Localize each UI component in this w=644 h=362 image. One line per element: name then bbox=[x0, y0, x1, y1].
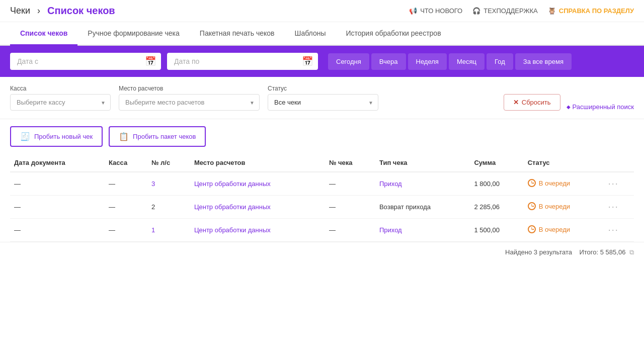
advanced-search-label: Расширенный поиск bbox=[573, 103, 634, 111]
place-link[interactable]: Центр обработки данных bbox=[194, 180, 271, 188]
kassa-group: Касса Выберите кассу bbox=[10, 85, 111, 111]
total-value: 5 585,06 bbox=[600, 248, 627, 256]
cell-date: — bbox=[10, 172, 105, 196]
breadcrumb: Чеки › Список чеков bbox=[10, 5, 115, 17]
cell-kassa: — bbox=[105, 172, 147, 196]
checks-table: Дата документа Касса № л/с Место расчето… bbox=[10, 154, 634, 242]
copy-icon[interactable]: ⧉ bbox=[629, 248, 634, 256]
header: Чеки › Список чеков 📢 ЧТО НОВОГО 🎧 ТЕХПО… bbox=[0, 0, 644, 22]
help-button[interactable]: 🦉 СПРАВКА ПО РАЗДЕЛУ bbox=[548, 7, 634, 15]
calendar-from-icon[interactable]: 📅 bbox=[145, 56, 156, 67]
tab-templates[interactable]: Шаблоны bbox=[285, 22, 336, 46]
secondary-filter: Касса Выберите кассу Место расчетов Выбе… bbox=[0, 77, 644, 119]
period-all-button[interactable]: За все время bbox=[515, 53, 572, 70]
more-button[interactable]: ··· bbox=[608, 178, 619, 189]
header-nav: 📢 ЧТО НОВОГО 🎧 ТЕХПОДДЕРЖКА 🦉 СПРАВКА ПО… bbox=[409, 7, 634, 15]
col-check-num: № чека bbox=[325, 154, 375, 172]
cell-more[interactable]: ··· bbox=[604, 196, 634, 219]
tab-batch[interactable]: Пакетная печать чеков bbox=[190, 22, 285, 46]
cell-place[interactable]: Центр обработки данных bbox=[190, 219, 325, 242]
period-buttons: Сегодня Вчера Неделя Месяц Год За все вр… bbox=[328, 53, 572, 70]
account-link[interactable]: 3 bbox=[151, 180, 155, 188]
table-row: — — 3 Центр обработки данных — Приход 1 … bbox=[10, 172, 634, 196]
tab-history[interactable]: История обработки реестров bbox=[336, 22, 451, 46]
account-value: 2 bbox=[151, 203, 155, 211]
table-row: — — 1 Центр обработки данных — Приход 1 … bbox=[10, 219, 634, 242]
reset-button[interactable]: ✕ Сбросить bbox=[504, 94, 560, 111]
status-select[interactable]: Все чеки bbox=[268, 94, 378, 111]
period-year-button[interactable]: Год bbox=[487, 53, 513, 70]
cell-amount: 1 800,00 bbox=[470, 172, 523, 196]
owl-icon: 🦉 bbox=[548, 7, 556, 15]
batch-check-button[interactable]: 📋 Пробить пакет чеков bbox=[109, 126, 206, 147]
clock-icon bbox=[528, 225, 536, 233]
cell-check-num: — bbox=[325, 196, 375, 219]
breadcrumb-base: Чеки bbox=[10, 6, 30, 16]
cell-type: Приход bbox=[375, 172, 470, 196]
date-from-wrap: 📅 bbox=[10, 53, 161, 70]
col-account: № л/с bbox=[147, 154, 190, 172]
cell-date: — bbox=[10, 219, 105, 242]
status-label: В очереди bbox=[539, 226, 570, 233]
support-button[interactable]: 🎧 ТЕХПОДДЕРЖКА bbox=[472, 7, 538, 15]
col-date: Дата документа bbox=[10, 154, 105, 172]
cell-check-num: — bbox=[325, 172, 375, 196]
filter-bar: 📅 📅 Сегодня Вчера Неделя Месяц Год За вс… bbox=[0, 46, 644, 77]
advanced-search-button[interactable]: Расширенный поиск bbox=[567, 103, 634, 111]
receipt-icon: 🧾 bbox=[20, 132, 30, 141]
what-new-label: ЧТО НОВОГО bbox=[420, 7, 462, 15]
more-button[interactable]: ··· bbox=[608, 202, 619, 212]
headset-icon: 🎧 bbox=[472, 7, 480, 15]
batch-check-label: Пробить пакет чеков bbox=[133, 133, 196, 140]
filter-actions: ✕ Сбросить Расширенный поиск bbox=[504, 94, 634, 111]
period-yesterday-button[interactable]: Вчера bbox=[371, 53, 406, 70]
what-new-button[interactable]: 📢 ЧТО НОВОГО bbox=[409, 7, 462, 15]
tab-manual[interactable]: Ручное формирование чека bbox=[77, 22, 190, 46]
period-month-button[interactable]: Месяц bbox=[449, 53, 485, 70]
table-header-row: Дата документа Касса № л/с Место расчето… bbox=[10, 154, 634, 172]
cell-check-num: — bbox=[325, 219, 375, 242]
clock-icon bbox=[528, 179, 536, 187]
date-to-input[interactable] bbox=[167, 53, 318, 70]
tab-list[interactable]: Список чеков bbox=[10, 22, 77, 46]
cell-date: — bbox=[10, 196, 105, 219]
period-today-button[interactable]: Сегодня bbox=[328, 53, 369, 70]
cell-place[interactable]: Центр обработки данных bbox=[190, 172, 325, 196]
kassa-select-wrap: Выберите кассу bbox=[10, 94, 111, 111]
table-row: — — 2 Центр обработки данных — Возврат п… bbox=[10, 196, 634, 219]
cell-amount: 1 500,00 bbox=[470, 219, 523, 242]
support-label: ТЕХПОДДЕРЖКА bbox=[484, 7, 538, 15]
breadcrumb-separator: › bbox=[37, 6, 40, 16]
cell-account[interactable]: 3 bbox=[147, 172, 190, 196]
help-label: СПРАВКА ПО РАЗДЕЛУ bbox=[559, 7, 634, 15]
cell-more[interactable]: ··· bbox=[604, 219, 634, 242]
place-link[interactable]: Центр обработки данных bbox=[194, 203, 271, 211]
cell-place[interactable]: Центр обработки данных bbox=[190, 196, 325, 219]
date-from-input[interactable] bbox=[10, 53, 161, 70]
cell-amount: 2 285,06 bbox=[470, 196, 523, 219]
cell-more[interactable]: ··· bbox=[604, 172, 634, 196]
date-to-wrap: 📅 bbox=[167, 53, 318, 70]
place-link[interactable]: Центр обработки данных bbox=[194, 226, 271, 234]
kassa-select[interactable]: Выберите кассу bbox=[10, 94, 111, 111]
calendar-to-icon[interactable]: 📅 bbox=[302, 56, 313, 67]
cell-account: 2 bbox=[147, 196, 190, 219]
place-label: Место расчетов bbox=[119, 85, 260, 92]
col-status: Статус bbox=[524, 154, 604, 172]
status-label: Статус bbox=[268, 85, 378, 92]
more-button[interactable]: ··· bbox=[608, 225, 619, 235]
account-link[interactable]: 1 bbox=[151, 226, 155, 234]
place-select[interactable]: Выберите место расчетов bbox=[119, 94, 260, 111]
status-select-wrap: Все чеки bbox=[268, 94, 378, 111]
cell-kassa: — bbox=[105, 196, 147, 219]
new-check-button[interactable]: 🧾 Пробить новый чек bbox=[10, 126, 103, 147]
clock-icon bbox=[528, 202, 536, 210]
cell-account[interactable]: 1 bbox=[147, 219, 190, 242]
period-week-button[interactable]: Неделя bbox=[408, 53, 447, 70]
kassa-label: Касса bbox=[10, 85, 111, 92]
status-label: В очереди bbox=[539, 203, 570, 210]
breadcrumb-current: Список чеков bbox=[47, 5, 115, 17]
col-amount: Сумма bbox=[470, 154, 523, 172]
table-footer: Найдено 3 результата Итого: 5 585,06 ⧉ bbox=[0, 242, 644, 262]
status-label: В очереди bbox=[539, 179, 570, 187]
